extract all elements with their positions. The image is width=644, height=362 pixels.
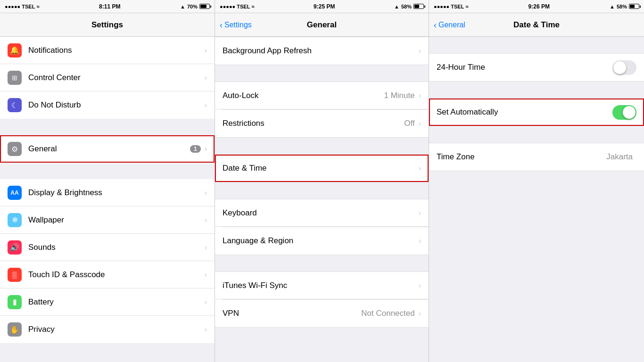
- sidebar-item-privacy[interactable]: ✋ Privacy ›: [0, 316, 215, 343]
- vpn-label: VPN: [223, 309, 361, 318]
- status-right-right: ▲ 58%: [610, 4, 639, 9]
- right-sep-1: [429, 82, 644, 98]
- time-mid: 9:25 PM: [314, 3, 335, 10]
- mid-group-3: Date & Time ›: [215, 154, 429, 182]
- sidebar-item-general[interactable]: ⚙ General 1 ›: [0, 135, 215, 163]
- mid-item-keyboard[interactable]: Keyboard ›: [215, 199, 429, 227]
- toggle-set-auto[interactable]: [612, 105, 636, 120]
- bg-refresh-label: Background App Refresh: [223, 46, 419, 56]
- sidebar-item-display[interactable]: AA Display & Brightness ›: [0, 179, 215, 206]
- status-right-left: ▲ 70%: [180, 4, 210, 9]
- chevron-restrictions: ›: [419, 119, 421, 128]
- battery-icon-right: [629, 4, 639, 9]
- back-button-mid[interactable]: ‹ Settings: [220, 21, 252, 29]
- touch-id-label: Touch ID & Passcode: [28, 270, 205, 280]
- battery-label: Battery: [28, 297, 205, 307]
- status-left: ●●●●● TSEL ≈: [5, 4, 39, 9]
- do-not-disturb-icon: ☾: [8, 98, 22, 112]
- set-auto-label: Set Automatically: [437, 107, 612, 117]
- mid-item-vpn[interactable]: VPN Not Connected ›: [215, 300, 429, 327]
- vpn-value: Not Connected: [361, 309, 414, 318]
- toggle-24hour[interactable]: [612, 60, 636, 75]
- do-not-disturb-label: Do Not Disturb: [28, 100, 205, 110]
- location-icon-right: ▲: [610, 4, 615, 9]
- language-label: Language & Region: [223, 236, 419, 246]
- mid-item-bg-refresh[interactable]: Background App Refresh ›: [215, 37, 429, 65]
- toggle-knob-24hour: [613, 61, 626, 74]
- chevron-itunes: ›: [419, 281, 421, 290]
- group-2: ⚙ General 1 ›: [0, 135, 215, 163]
- mid-sep-2: [215, 138, 429, 154]
- right-group-3: Time Zone Jakarta: [429, 143, 644, 171]
- restrictions-label: Restrictions: [223, 119, 404, 128]
- 24-hour-label: 24-Hour Time: [437, 63, 612, 72]
- right-top-sep: [429, 37, 644, 53]
- right-item-timezone: Time Zone Jakarta: [429, 143, 644, 171]
- group-1: 🔔 Notifications › ⊞ Control Center › ☾ D…: [0, 37, 215, 119]
- keyboard-label: Keyboard: [223, 208, 419, 218]
- chevron-battery: ›: [205, 298, 207, 306]
- mid-item-itunes[interactable]: iTunes Wi-Fi Sync ›: [215, 272, 429, 299]
- wifi-icon-right: ≈: [465, 4, 468, 9]
- right-panel: ●●●●● TSEL ≈ 9:26 PM ▲ 58% ‹ General Dat…: [429, 0, 644, 362]
- sidebar-item-sounds[interactable]: 🔊 Sounds ›: [0, 234, 215, 261]
- autolock-label: Auto-Lock: [223, 91, 384, 100]
- back-label-mid: Settings: [224, 21, 252, 29]
- battery-icon-left: [199, 4, 210, 9]
- right-group-1: 24-Hour Time: [429, 53, 644, 82]
- chevron-display: ›: [205, 189, 207, 197]
- privacy-icon: ✋: [8, 322, 22, 337]
- wifi-icon-mid: ≈: [251, 4, 254, 9]
- chevron-keyboard: ›: [419, 209, 421, 217]
- touch-id-icon: ▒: [8, 268, 22, 282]
- settings-list: 🔔 Notifications › ⊞ Control Center › ☾ D…: [0, 37, 215, 343]
- separator-2: [0, 163, 215, 179]
- mid-item-date-time[interactable]: Date & Time ›: [215, 155, 429, 182]
- mid-sep-4: [215, 255, 429, 272]
- back-chevron-right: ‹: [434, 21, 437, 29]
- chevron-language: ›: [419, 237, 421, 245]
- location-icon-left: ▲: [180, 4, 185, 9]
- notifications-icon: 🔔: [8, 43, 22, 58]
- battery-icon-mid: [413, 4, 424, 9]
- mid-group-2: Auto-Lock 1 Minute › Restrictions Off ›: [215, 82, 429, 138]
- nav-bar-right: ‹ General Date & Time: [429, 13, 644, 37]
- sidebar-item-wallpaper[interactable]: ❄ Wallpaper ›: [0, 206, 215, 234]
- display-label: Display & Brightness: [28, 188, 205, 197]
- left-panel: ●●●●● TSEL ≈ 8:11 PM ▲ 70% Settings 🔔 No…: [0, 0, 215, 362]
- carrier-mid: ●●●●● TSEL: [220, 4, 250, 9]
- chevron-wallpaper: ›: [205, 216, 207, 224]
- status-bar-mid: ●●●●● TSEL ≈ 9:25 PM ▲ 58%: [215, 0, 429, 13]
- mid-group-4: Keyboard › Language & Region ›: [215, 199, 429, 255]
- sidebar-item-control-center[interactable]: ⊞ Control Center ›: [0, 64, 215, 91]
- time-right: 9:26 PM: [528, 3, 550, 10]
- control-center-icon: ⊞: [8, 71, 22, 85]
- timezone-value: Jakarta: [606, 152, 633, 162]
- sidebar-item-touch-id[interactable]: ▒ Touch ID & Passcode ›: [0, 261, 215, 288]
- back-button-right[interactable]: ‹ General: [434, 21, 465, 29]
- battery-pct-left: 70%: [187, 4, 198, 9]
- wifi-icon-left: ≈: [36, 4, 39, 9]
- sounds-label: Sounds: [28, 243, 205, 252]
- battery-pct-mid: 58%: [401, 4, 412, 9]
- status-right-mid: ▲ 58%: [394, 4, 424, 9]
- status-left-mid: ●●●●● TSEL ≈: [220, 4, 254, 9]
- chevron-privacy: ›: [205, 325, 207, 334]
- time-left: 8:11 PM: [99, 3, 120, 10]
- right-sep-2: [429, 126, 644, 143]
- sidebar-item-do-not-disturb[interactable]: ☾ Do Not Disturb ›: [0, 91, 215, 119]
- toggle-knob-set-auto: [623, 106, 636, 119]
- sidebar-item-battery[interactable]: ▮ Battery ›: [0, 288, 215, 316]
- notifications-label: Notifications: [28, 46, 205, 55]
- mid-panel: ●●●●● TSEL ≈ 9:25 PM ▲ 58% ‹ Settings Ge…: [215, 0, 429, 362]
- mid-item-autolock[interactable]: Auto-Lock 1 Minute ›: [215, 82, 429, 109]
- mid-item-restrictions[interactable]: Restrictions Off ›: [215, 110, 429, 137]
- carrier-left: ●●●●● TSEL: [5, 4, 35, 9]
- chevron-dnd: ›: [205, 101, 207, 109]
- chevron-touch-id: ›: [205, 271, 207, 279]
- chevron-general: ›: [205, 145, 207, 153]
- sidebar-item-notifications[interactable]: 🔔 Notifications ›: [0, 37, 215, 64]
- privacy-label: Privacy: [28, 325, 205, 334]
- mid-item-language[interactable]: Language & Region ›: [215, 227, 429, 255]
- nav-bar-mid: ‹ Settings General: [215, 13, 429, 37]
